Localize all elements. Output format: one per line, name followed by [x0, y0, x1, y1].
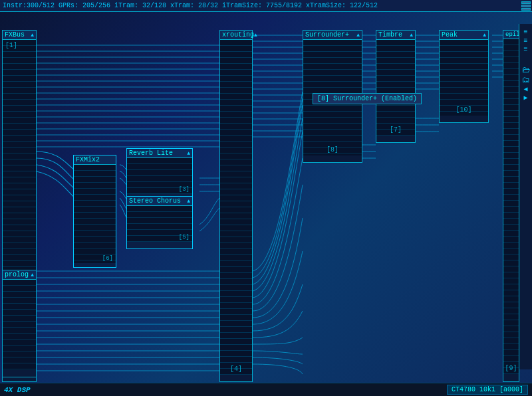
- maximize-button[interactable]: [521, 5, 531, 7]
- fxbus-label: FXBus: [5, 31, 25, 39]
- fxbus-arrow: ▲: [31, 32, 34, 38]
- stereo-chorus-arrow: ▲: [187, 198, 190, 204]
- statusbar-left: 4X DSP: [4, 386, 31, 394]
- fxmix2-header[interactable]: FXMix2: [74, 155, 116, 165]
- epilog-header[interactable]: epilog ▲: [503, 31, 519, 39]
- scroll-icon-2[interactable]: ≡: [523, 38, 527, 45]
- xrouting-id: [4]: [230, 365, 242, 373]
- timbre-label: Timbre: [378, 31, 402, 39]
- epilog-panel: epilog ▲ [9]: [503, 30, 519, 382]
- surrounder-arrow: ▲: [356, 32, 360, 38]
- peak-arrow: ▲: [483, 32, 486, 38]
- timbre-header[interactable]: Timbre ▲: [376, 31, 415, 40]
- stereo-chorus-label: Stereo Chorus: [129, 197, 181, 205]
- surrounder-id: [8]: [327, 146, 338, 153]
- right-icons-panel: ≡ ≡ ≡ 🗁 🗂 ◀ ▶: [519, 24, 532, 369]
- statusbar-right: CT4780 10k1 [a000]: [447, 385, 528, 395]
- fxmix2-node[interactable]: FXMix2 [6]: [73, 155, 116, 268]
- fxmix2-label: FXMix2: [76, 156, 100, 163]
- xrouting-header[interactable]: xrouting ▲: [220, 31, 252, 40]
- reverb-lite-arrow: ▲: [187, 150, 190, 156]
- fxbus-id-top: [1]: [5, 42, 17, 49]
- arrow-right-icon[interactable]: ▶: [523, 95, 527, 102]
- peak-panel: Peak ▲ [10]: [439, 30, 489, 123]
- arrow-left-icon[interactable]: ◀: [523, 86, 527, 93]
- tooltip-text: [8] Surrounder+ (Enabled): [317, 95, 417, 102]
- statusbar: 4X DSP CT4780 10k1 [a000]: [0, 383, 532, 396]
- main-canvas: FXBus ▲ [1] [2] xrouting ▲ [4] Surrounde…: [0, 12, 532, 383]
- titlebar-text: Instr:300/512 GPRs: 205/256 iTram: 32/12…: [3, 2, 378, 9]
- folder-new-icon[interactable]: 🗁: [522, 66, 530, 74]
- prolog-arrow: ▲: [31, 272, 34, 278]
- timbre-id: [7]: [390, 126, 402, 134]
- scroll-icon-1[interactable]: ≡: [523, 29, 527, 36]
- fxbus-header[interactable]: FXBus ▲: [3, 31, 36, 40]
- reverb-lite-label: Reverb Lite: [129, 149, 173, 157]
- statusbar-right-text: CT4780 10k1 [a000]: [452, 386, 523, 393]
- timbre-panel: Timbre ▲ [7]: [376, 30, 416, 143]
- reverb-lite-node[interactable]: Reverb Lite ▲ [3]: [126, 148, 193, 201]
- stereo-chorus-node[interactable]: Stereo Chorus ▲ [5]: [126, 196, 193, 249]
- fxmix2-id: [6]: [102, 255, 113, 262]
- reverb-lite-header[interactable]: Reverb Lite ▲: [127, 149, 192, 158]
- epilog-id: [9]: [505, 365, 517, 372]
- prolog-header[interactable]: prolog ▲: [3, 270, 36, 280]
- xrouting-arrow: ▲: [254, 32, 257, 38]
- scroll-icon-3[interactable]: ≡: [523, 47, 527, 53]
- peak-id: [10]: [456, 106, 471, 114]
- prolog-panel: prolog ▲: [2, 270, 37, 377]
- folder-open-icon[interactable]: 🗂: [522, 76, 530, 84]
- reverb-lite-id: [3]: [179, 186, 190, 193]
- stereo-chorus-id: [5]: [179, 234, 190, 241]
- peak-label: Peak: [442, 31, 458, 39]
- timbre-arrow: ▲: [410, 32, 413, 38]
- xrouting-label: xrouting: [222, 31, 254, 39]
- surrounder-header[interactable]: Surrounder+ ▲: [303, 31, 362, 40]
- close-button[interactable]: [521, 8, 531, 11]
- surrounder-tooltip: [8] Surrounder+ (Enabled): [313, 93, 422, 104]
- prolog-label: prolog: [5, 271, 29, 278]
- titlebar: Instr:300/512 GPRs: 205/256 iTram: 32/12…: [0, 0, 532, 12]
- titlebar-controls[interactable]: [520, 0, 532, 12]
- minimize-button[interactable]: [521, 1, 531, 4]
- surrounder-label: Surrounder+: [305, 31, 349, 39]
- xrouting-panel: xrouting ▲ [4]: [219, 30, 253, 382]
- peak-header[interactable]: Peak ▲: [440, 31, 488, 40]
- stereo-chorus-header[interactable]: Stereo Chorus ▲: [127, 197, 192, 206]
